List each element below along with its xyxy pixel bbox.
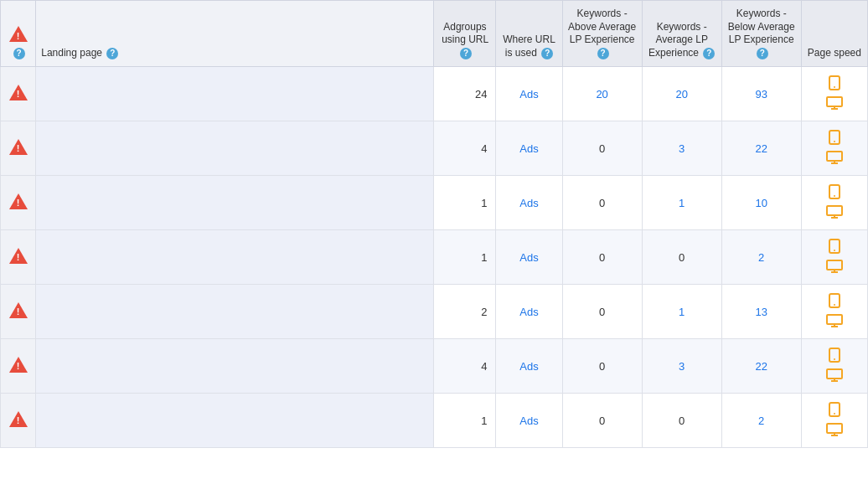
above-avg-cell: 0 <box>562 339 642 394</box>
below-avg-help-icon[interactable]: ? <box>757 48 768 59</box>
where-url-cell[interactable]: Ads <box>496 285 562 339</box>
where-url-cell[interactable]: Ads <box>496 339 562 394</box>
avg-link[interactable]: 1 <box>679 306 685 318</box>
where-url-cell[interactable]: Ads <box>496 121 562 176</box>
page-speed-icons <box>807 130 862 167</box>
where-url-cell[interactable]: Ads <box>496 176 562 230</box>
where-url-cell[interactable]: Ads <box>496 394 562 448</box>
below-avg-cell: 2 <box>721 394 801 448</box>
avg-cell: 0 <box>642 230 721 285</box>
where-url-link[interactable]: Ads <box>519 251 538 264</box>
below-avg-link[interactable]: 22 <box>755 142 767 155</box>
avg-cell: 3 <box>642 121 721 176</box>
svg-point-11 <box>834 195 835 197</box>
desktop-speed-icon <box>826 260 843 276</box>
above-avg-cell: 0 <box>562 394 642 448</box>
page-speed-cell <box>801 394 867 448</box>
header-warning-help[interactable]: ? <box>13 48 25 59</box>
where-url-link[interactable]: Ads <box>519 415 538 427</box>
header-where-url: Where URL is used ? <box>496 1 562 67</box>
adgroups-count: 1 <box>434 394 496 448</box>
desktop-speed-icon <box>826 368 843 384</box>
avg-link[interactable]: 3 <box>679 142 685 155</box>
desktop-speed-icon <box>826 205 843 221</box>
where-url-link[interactable]: Ads <box>519 360 538 373</box>
table-row: 4Ads0322 <box>1 121 868 176</box>
header-adgroups: Adgroups using URL ? <box>434 1 496 67</box>
where-url-help-icon[interactable]: ? <box>541 48 553 59</box>
adgroups-help-icon[interactable]: ? <box>460 48 472 59</box>
svg-rect-27 <box>827 369 842 379</box>
svg-rect-17 <box>827 260 842 270</box>
above-avg-cell: 0 <box>562 285 642 339</box>
page-speed-cell <box>801 230 867 285</box>
landing-page-cell <box>36 176 434 230</box>
desktop-speed-icon <box>826 423 843 439</box>
below-avg-link[interactable]: 22 <box>755 360 767 373</box>
below-avg-link[interactable]: 93 <box>755 88 767 100</box>
adgroups-count: 2 <box>434 285 496 339</box>
header-avg: Keywords - Average LP Experience ? <box>642 1 721 67</box>
warning-icon <box>9 193 28 210</box>
above-avg-link[interactable]: 20 <box>596 88 607 100</box>
warning-icon <box>9 139 28 156</box>
avg-help-icon[interactable]: ? <box>703 48 715 59</box>
header-warning: ? <box>1 1 36 67</box>
table-row: 1Ads002 <box>1 394 868 448</box>
landing-page-help-icon[interactable]: ? <box>106 48 118 59</box>
avg-cell: 0 <box>642 394 721 448</box>
table-row: 4Ads0322 <box>1 339 868 394</box>
table-row: 2Ads0113 <box>1 285 868 339</box>
warning-cell <box>1 230 36 285</box>
warning-cell <box>1 67 36 121</box>
below-avg-cell: 22 <box>721 121 801 176</box>
warning-cell <box>1 285 36 339</box>
mobile-speed-icon <box>829 402 840 421</box>
where-url-link[interactable]: Ads <box>519 306 538 318</box>
where-url-cell[interactable]: Ads <box>496 67 562 121</box>
page-speed-icons <box>807 75 862 112</box>
adgroups-count: 24 <box>434 67 496 121</box>
svg-rect-7 <box>827 152 842 161</box>
svg-rect-32 <box>827 424 842 433</box>
warning-cell <box>1 339 36 394</box>
avg-link[interactable]: 3 <box>679 360 685 373</box>
below-avg-link[interactable]: 2 <box>758 415 764 427</box>
page-speed-icons <box>807 348 862 384</box>
adgroups-count: 1 <box>434 230 496 285</box>
below-avg-link[interactable]: 10 <box>755 197 767 209</box>
page-speed-cell <box>801 67 867 121</box>
main-table-container: ? Landing page ? Adgroups using URL ? Wh… <box>0 0 868 448</box>
desktop-speed-icon <box>826 96 843 112</box>
landing-page-cell <box>36 339 434 394</box>
where-url-link[interactable]: Ads <box>519 88 538 100</box>
svg-rect-22 <box>827 315 842 324</box>
where-url-cell[interactable]: Ads <box>496 230 562 285</box>
where-url-link[interactable]: Ads <box>519 142 538 155</box>
below-avg-link[interactable]: 13 <box>755 306 767 318</box>
landing-page-cell <box>36 230 434 285</box>
where-url-link[interactable]: Ads <box>519 197 538 209</box>
above-avg-cell: 0 <box>562 176 642 230</box>
above-avg-cell: 0 <box>562 121 642 176</box>
avg-link[interactable]: 20 <box>675 88 687 100</box>
mobile-speed-icon <box>829 348 840 367</box>
page-speed-cell <box>801 176 867 230</box>
desktop-speed-icon <box>826 151 843 167</box>
header-page-speed: Page speed <box>801 1 867 67</box>
below-avg-link[interactable]: 2 <box>758 251 764 264</box>
svg-rect-2 <box>827 97 842 106</box>
table-row: 1Ads002 <box>1 230 868 285</box>
page-speed-cell <box>801 121 867 176</box>
warning-cell <box>1 394 36 448</box>
below-avg-cell: 93 <box>721 67 801 121</box>
header-below-avg: Keywords - Below Average LP Experience ? <box>721 1 801 67</box>
mobile-speed-icon <box>829 75 840 95</box>
adgroups-count: 4 <box>434 339 496 394</box>
page-speed-icons <box>807 293 862 330</box>
avg-link[interactable]: 1 <box>679 197 685 209</box>
mobile-speed-icon <box>829 184 840 203</box>
above-avg-help-icon[interactable]: ? <box>597 48 609 59</box>
avg-cell: 1 <box>642 285 721 339</box>
warning-cell <box>1 121 36 176</box>
